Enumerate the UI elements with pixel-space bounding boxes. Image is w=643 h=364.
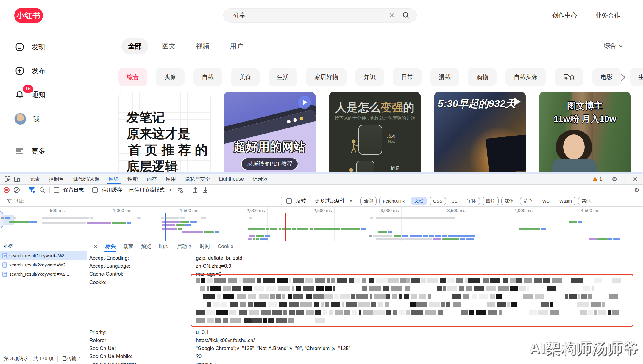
waterfall-bar bbox=[29, 221, 37, 223]
search-result-tab[interactable]: 视频 bbox=[189, 38, 216, 54]
sidebar-item-publish[interactable]: 发布 bbox=[14, 65, 45, 76]
invert-filter-checkbox[interactable] bbox=[286, 198, 292, 204]
search-result-tab[interactable]: 图文 bbox=[155, 38, 182, 54]
category-chip[interactable]: 生活 bbox=[269, 68, 297, 86]
close-details-icon[interactable]: ✕ bbox=[91, 243, 100, 250]
category-chip[interactable]: 零食 bbox=[555, 68, 583, 86]
filter-funnel-icon[interactable] bbox=[28, 187, 35, 193]
resource-type-chip[interactable]: 全部 bbox=[360, 197, 377, 205]
play-button-icon[interactable] bbox=[298, 96, 311, 109]
more-filters-dropdown[interactable]: 更多过滤条件 bbox=[315, 197, 345, 204]
resource-type-chip[interactable]: Wasm bbox=[556, 197, 575, 205]
sidebar-item-more[interactable]: 更多 bbox=[14, 146, 45, 156]
search-icon[interactable] bbox=[402, 12, 410, 19]
search-bar[interactable]: ✕ bbox=[223, 8, 417, 23]
category-chip[interactable]: 日常 bbox=[393, 68, 422, 86]
filter-input[interactable] bbox=[14, 198, 279, 204]
waterfall-bar bbox=[112, 222, 126, 224]
search-network-icon[interactable] bbox=[39, 187, 45, 193]
devtools-tab[interactable]: 源代码/来源 bbox=[68, 174, 104, 184]
sidebar-item-discover[interactable]: 发现 bbox=[14, 42, 45, 52]
close-devtools-icon[interactable]: ✕ bbox=[633, 176, 638, 182]
more-filters-caret-icon[interactable]: ▼ bbox=[349, 199, 353, 203]
filter-input-box[interactable] bbox=[4, 197, 282, 205]
request-list-header[interactable]: 名称 bbox=[0, 241, 87, 251]
record-network-log-button[interactable] bbox=[4, 187, 10, 193]
search-input[interactable] bbox=[233, 12, 389, 19]
resource-type-chip[interactable]: JS bbox=[449, 197, 461, 205]
preserve-log-checkbox[interactable] bbox=[54, 187, 59, 193]
sidebar-item-me[interactable]: 我 bbox=[14, 113, 40, 125]
devtools-tab[interactable]: 控制台 bbox=[44, 174, 68, 184]
devtools-tab[interactable]: 元素 bbox=[25, 174, 44, 184]
resource-type-chip[interactable]: 清单 bbox=[520, 197, 536, 205]
details-tab[interactable]: 响应 bbox=[155, 241, 173, 252]
category-chip[interactable]: 漫截 bbox=[430, 68, 459, 86]
devtools-tab[interactable]: 记录器 bbox=[248, 174, 272, 184]
import-har-icon[interactable] bbox=[192, 187, 198, 193]
category-chip[interactable]: 自截头像 bbox=[505, 68, 546, 86]
resource-type-chip[interactable]: WS bbox=[539, 197, 553, 205]
network-settings-gear-icon[interactable]: ⚙ bbox=[634, 187, 639, 193]
details-tab[interactable]: 标头 bbox=[102, 241, 119, 252]
devtools-tab[interactable]: 应用 bbox=[161, 174, 180, 184]
throttling-caret-icon[interactable]: ▼ bbox=[169, 188, 172, 192]
chips-scroll-right-icon[interactable] bbox=[620, 73, 626, 81]
settings-gear-icon[interactable]: ⚙ bbox=[612, 176, 617, 182]
category-chip[interactable]: 美食 bbox=[231, 68, 260, 86]
xiaohongshu-logo[interactable]: 小红书 bbox=[14, 8, 43, 23]
note-card-2[interactable]: 超好用的网站 录屏秒变PDF教程 bbox=[224, 92, 316, 172]
resource-type-chip[interactable]: 字体 bbox=[464, 197, 480, 205]
throttling-select[interactable]: 已停用节流模式 bbox=[129, 186, 165, 193]
timeline-gridline bbox=[602, 207, 602, 241]
devtools-tab[interactable]: 网络 bbox=[104, 174, 123, 184]
network-conditions-icon[interactable] bbox=[177, 187, 184, 193]
kebab-menu-icon[interactable]: ⋮ bbox=[622, 176, 628, 182]
category-chip[interactable]: 头像 bbox=[156, 68, 185, 86]
export-har-icon[interactable] bbox=[202, 187, 208, 193]
resource-type-chip[interactable]: CSS bbox=[430, 197, 446, 205]
device-toolbar-icon[interactable] bbox=[14, 176, 20, 182]
details-tab[interactable]: 预览 bbox=[137, 241, 155, 252]
disable-cache-checkbox[interactable] bbox=[92, 187, 98, 193]
search-result-tab[interactable]: 全部 bbox=[121, 38, 148, 54]
request-row[interactable]: search_result?keyword=%2... bbox=[0, 251, 87, 260]
note-card-1[interactable]: 发笔记 原来这才是 首页推荐的 底层逻辑 bbox=[118, 92, 211, 172]
business-link[interactable]: 业务合作 bbox=[595, 11, 620, 20]
devtools-tab[interactable]: 内存 bbox=[142, 174, 161, 184]
console-warning-indicator[interactable]: 1 bbox=[592, 176, 602, 182]
clear-search-icon[interactable]: ✕ bbox=[389, 12, 394, 19]
request-row[interactable]: search_result/?keyword=%2... bbox=[0, 269, 87, 279]
note-card-4[interactable]: 5:30早起的932天 bbox=[434, 92, 526, 172]
note-card-3[interactable]: 人是怎么变强的 接下来的十分钟，也许就是你变强的开始 现在Now 一周后One … bbox=[329, 92, 421, 172]
resource-type-chip[interactable]: 文档 bbox=[411, 197, 427, 205]
network-waterfall[interactable]: 500 ms1,000 ms1,500 ms2,000 ms2,500 ms3,… bbox=[0, 207, 643, 241]
category-chip[interactable]: 自截 bbox=[193, 68, 222, 86]
category-chip[interactable]: 生活好物 bbox=[630, 68, 643, 86]
details-tab[interactable]: 启动器 bbox=[173, 241, 196, 252]
resource-type-chip[interactable]: 其他 bbox=[578, 197, 594, 205]
devtools-tab[interactable]: Lighthouse bbox=[215, 174, 248, 184]
timeline-grip[interactable] bbox=[0, 211, 3, 228]
request-row[interactable]: search_result/?keyword=%2... bbox=[0, 260, 87, 269]
resource-type-chip[interactable]: Fetch/XHR bbox=[379, 197, 408, 205]
details-tab[interactable]: 时间 bbox=[196, 241, 214, 252]
details-tab[interactable]: Cookie bbox=[214, 241, 237, 252]
clear-network-log-icon[interactable] bbox=[14, 187, 20, 193]
category-chip[interactable]: 家居好物 bbox=[306, 68, 347, 86]
category-chip[interactable]: 购物 bbox=[468, 68, 497, 86]
devtools-tab[interactable]: 隐私与安全 bbox=[180, 174, 215, 184]
creator-center-link[interactable]: 创作中心 bbox=[552, 11, 577, 20]
devtools-tab[interactable]: 性能 bbox=[123, 174, 142, 184]
search-result-tab[interactable]: 用户 bbox=[223, 38, 250, 54]
resource-type-chip[interactable]: 图片 bbox=[483, 197, 499, 205]
details-tab[interactable]: 载荷 bbox=[119, 241, 137, 252]
note-card-5[interactable]: 图文博主 11w粉 月入10w bbox=[539, 92, 631, 172]
inspect-element-icon[interactable] bbox=[4, 176, 11, 182]
category-chip[interactable]: 综合 bbox=[118, 68, 147, 86]
redaction-block bbox=[406, 310, 410, 315]
resource-type-chip[interactable]: 媒体 bbox=[501, 197, 517, 205]
category-chip[interactable]: 知识 bbox=[355, 68, 384, 86]
sort-dropdown[interactable]: 综合 bbox=[604, 42, 623, 50]
category-chip[interactable]: 电影 bbox=[592, 68, 621, 86]
